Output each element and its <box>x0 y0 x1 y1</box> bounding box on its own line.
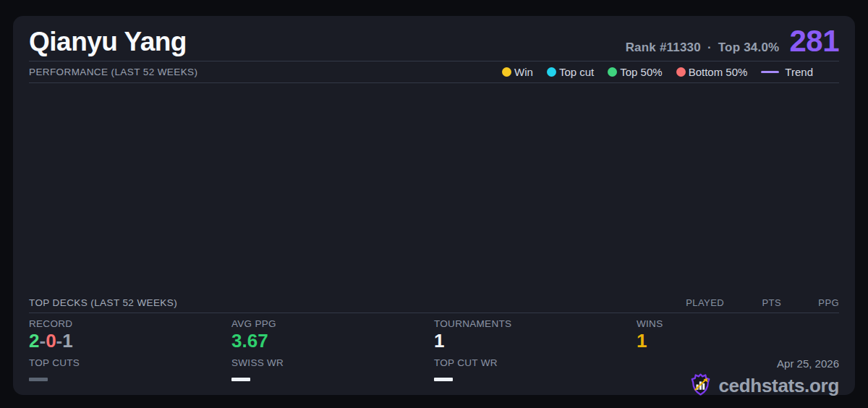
rank-text: Rank #11330 · Top 34.0% <box>626 41 780 55</box>
win-dot-icon <box>502 67 511 77</box>
stat-label: TOP CUTS <box>29 357 231 368</box>
stat-record: RECORD 2-0-1 <box>29 318 231 353</box>
performance-title: PERFORMANCE (LAST 52 WEEKS) <box>29 67 197 77</box>
top-percent-label: Top 34.0% <box>718 41 780 55</box>
record-separator: - <box>56 330 63 352</box>
stat-label: TOURNAMENTS <box>434 318 637 329</box>
swiss-wr-empty-value <box>231 378 250 381</box>
rank-separator: · <box>707 41 712 55</box>
column-pts: PTS <box>724 297 781 308</box>
stat-wins: WINS 1 <box>637 318 839 353</box>
legend-item-trend: Trend <box>761 66 813 78</box>
top50-dot-icon <box>608 67 617 77</box>
stat-label: RECORD <box>29 318 231 329</box>
stat-tournaments: TOURNAMENTS 1 <box>434 318 637 353</box>
site-name[interactable]: cedhstats.org <box>718 375 839 397</box>
wins-value: 1 <box>637 331 839 351</box>
legend-item-top50: Top 50% <box>608 66 662 78</box>
stat-avg-ppg: AVG PPG 3.67 <box>231 318 434 353</box>
stat-top-cuts: TOP CUTS <box>29 357 231 399</box>
stat-swiss-wr: SWISS WR <box>231 357 434 399</box>
performance-chart <box>29 83 839 293</box>
top-decks-columns: PLAYED PTS PPG <box>666 297 839 308</box>
legend-label: Bottom 50% <box>689 66 748 78</box>
top-cuts-empty-value <box>29 378 48 381</box>
stats-grid: RECORD 2-0-1 AVG PPG 3.67 TOURNAMENTS 1 … <box>29 318 839 399</box>
date-label: Apr 25, 2026 <box>777 357 839 370</box>
cedhstats-shield-logo-icon <box>689 373 712 399</box>
stat-label: WINS <box>637 318 839 329</box>
player-stats-card: Qianyu Yang Rank #11330 · Top 34.0% 281 … <box>13 16 855 395</box>
column-ppg: PPG <box>781 297 839 308</box>
legend-label: Top cut <box>559 66 594 78</box>
legend-item-bottom50: Bottom 50% <box>676 66 748 78</box>
brand[interactable]: cedhstats.org <box>689 373 839 399</box>
stat-label: TOP CUT WR <box>434 357 637 368</box>
stat-label: AVG PPG <box>231 318 434 329</box>
record-losses: 0 <box>46 330 56 352</box>
trend-line-icon <box>761 71 779 73</box>
top-decks-title: TOP DECKS (LAST 52 WEEKS) <box>29 297 177 308</box>
record-wins: 2 <box>29 330 39 352</box>
top-decks-header: TOP DECKS (LAST 52 WEEKS) PLAYED PTS PPG <box>29 293 839 313</box>
bottom50-dot-icon <box>676 67 686 77</box>
legend-label: Trend <box>785 66 813 78</box>
column-played: PLAYED <box>666 297 724 308</box>
legend-label: Win <box>514 66 533 78</box>
card-footer: Apr 25, 2026 cedhstats.org <box>637 357 839 399</box>
top-cut-dot-icon <box>547 67 556 77</box>
points-value: 281 <box>789 29 839 54</box>
record-separator: - <box>39 330 46 352</box>
avg-ppg-value: 3.67 <box>231 331 434 351</box>
rank-label: Rank #11330 <box>626 41 701 55</box>
chart-legend: Win Top cut Top 50% Bottom 50% Trend <box>502 66 813 78</box>
record-draws: 1 <box>62 330 72 352</box>
top-cut-wr-empty-value <box>434 378 453 381</box>
page-title: Qianyu Yang <box>29 28 187 55</box>
record-value: 2-0-1 <box>29 331 231 351</box>
rank-summary: Rank #11330 · Top 34.0% 281 <box>626 29 839 55</box>
card-header: Qianyu Yang Rank #11330 · Top 34.0% 281 <box>29 16 839 61</box>
legend-label: Top 50% <box>620 66 662 78</box>
stat-top-cut-wr: TOP CUT WR <box>434 357 637 399</box>
stat-label: SWISS WR <box>231 357 434 368</box>
tournaments-value: 1 <box>434 331 637 351</box>
performance-header: PERFORMANCE (LAST 52 WEEKS) Win Top cut … <box>29 61 839 83</box>
legend-item-top-cut: Top cut <box>547 66 594 78</box>
legend-item-win: Win <box>502 66 533 78</box>
